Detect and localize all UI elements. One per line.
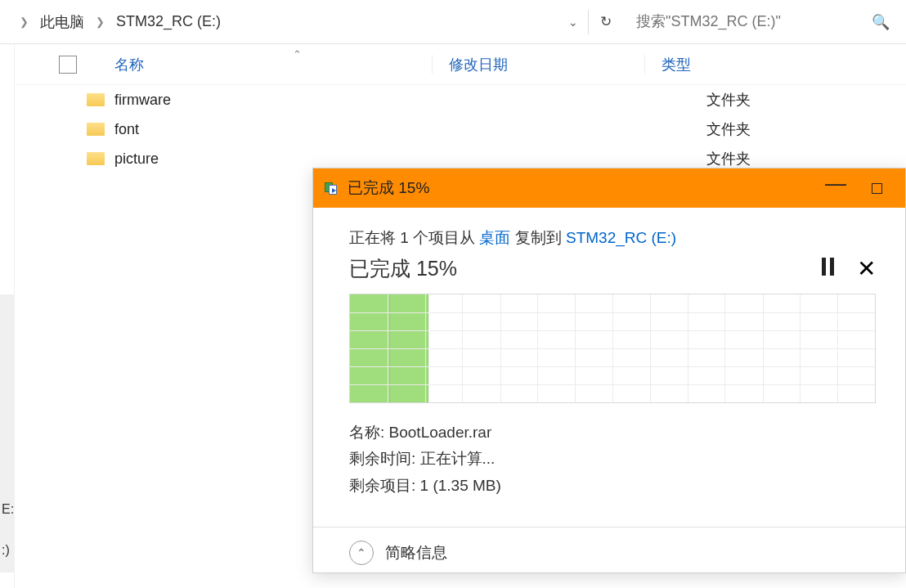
folder-icon — [87, 152, 105, 165]
pause-button[interactable] — [822, 258, 834, 281]
copy-icon — [325, 182, 339, 194]
chevron-right-icon[interactable]: ❯ — [92, 16, 108, 28]
chevron-right-icon[interactable]: ❯ — [16, 16, 32, 28]
file-type: 文件夹 — [703, 149, 906, 168]
search-input[interactable] — [636, 13, 865, 30]
dropdown-arrow-icon[interactable]: ⌄ — [558, 16, 588, 29]
column-header-date[interactable]: 修改日期 — [432, 55, 644, 74]
pause-icon — [822, 258, 834, 276]
dialog-footer: ⌃ 简略信息 — [313, 527, 905, 565]
minimize-button[interactable]: — — [815, 175, 856, 201]
search-icon[interactable]: 🔍 — [865, 13, 890, 31]
dialog-titlebar[interactable]: 已完成 15% — — [313, 168, 905, 208]
copy-progress-dialog: 已完成 15% — 正在将 1 个项目从 桌面 复制到 STM32_RC (E:… — [312, 168, 906, 573]
file-name: firmware — [114, 92, 491, 109]
collapse-details-button[interactable]: ⌃ — [349, 541, 374, 565]
file-row[interactable]: firmware 文件夹 — [15, 85, 906, 114]
source-link[interactable]: 桌面 — [479, 229, 510, 246]
drive-label-fragment: :) — [2, 543, 14, 584]
column-header-name-label: 名称 — [114, 56, 144, 73]
refresh-button[interactable]: ↻ — [588, 10, 623, 34]
dialog-title: 已完成 15% — [348, 177, 815, 199]
detail-time: 剩余时间: 正在计算... — [349, 446, 876, 472]
folder-icon — [87, 123, 105, 136]
column-header-name[interactable]: 名称 ⌃ — [56, 55, 432, 74]
detail-name: 名称: BootLoader.rar — [349, 420, 876, 446]
destination-link[interactable]: STM32_RC (E:) — [566, 229, 676, 246]
breadcrumb: ❯ 此电脑 ❯ STM32_RC (E:) ⌄ — [16, 11, 588, 34]
throughput-chart — [349, 294, 876, 403]
column-header-type[interactable]: 类型 — [644, 55, 906, 74]
file-type: 文件夹 — [703, 90, 906, 110]
address-bar: ❯ 此电脑 ❯ STM32_RC (E:) ⌄ ↻ 🔍 — [0, 0, 906, 44]
footer-label[interactable]: 简略信息 — [385, 542, 447, 563]
file-row[interactable]: font 文件夹 — [15, 114, 906, 144]
search-box: 🔍 — [628, 7, 898, 37]
breadcrumb-item-pc[interactable]: 此电脑 — [37, 11, 87, 34]
copy-description: 正在将 1 个项目从 桌面 复制到 STM32_RC (E:) — [349, 227, 876, 249]
file-type: 文件夹 — [703, 119, 906, 139]
desc-text: 复制到 — [510, 229, 566, 246]
progress-text: 已完成 15% — [349, 255, 457, 282]
detail-items: 剩余项目: 1 (1.35 MB) — [349, 473, 876, 499]
file-name: font — [114, 121, 491, 138]
maximize-button[interactable] — [856, 175, 897, 201]
sort-caret-icon: ⌃ — [293, 48, 302, 61]
breadcrumb-item-drive[interactable]: STM32_RC (E:) — [113, 11, 224, 32]
file-name: picture — [114, 150, 491, 168]
drive-label-fragment: E: — [2, 502, 14, 543]
cancel-button[interactable]: ✕ — [857, 258, 876, 281]
folder-icon — [87, 93, 105, 106]
desc-text: 正在将 1 个项目从 — [349, 229, 479, 246]
column-headers: 名称 ⌃ 修改日期 类型 — [15, 44, 906, 85]
chevron-up-icon: ⌃ — [357, 546, 366, 559]
sidebar-fragment: E: :) — [2, 502, 14, 584]
